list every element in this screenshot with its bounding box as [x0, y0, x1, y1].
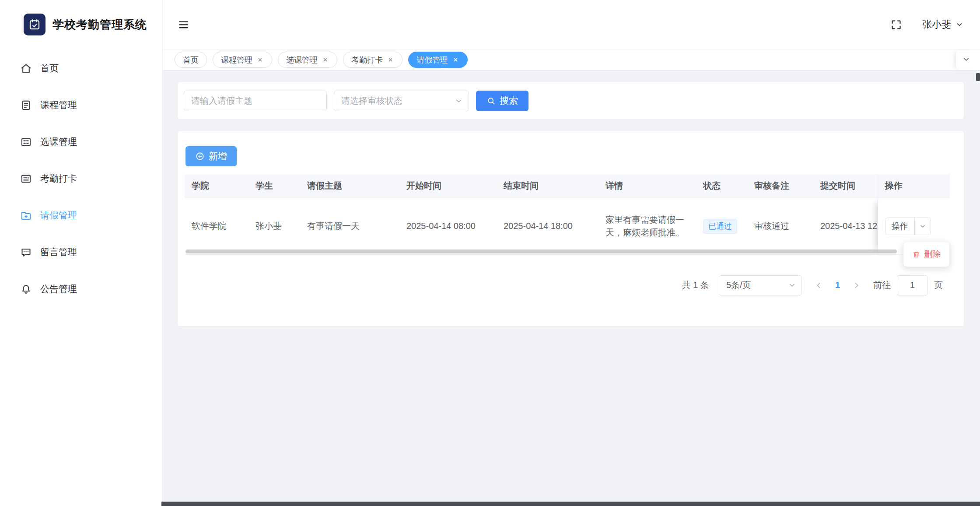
col-student: 学生: [248, 174, 300, 198]
sidebar-item-label: 留言管理: [40, 246, 77, 258]
sidebar-fold-icon[interactable]: [178, 19, 189, 31]
add-button-label: 新增: [209, 150, 227, 162]
chevron-down-icon: [455, 97, 463, 105]
page-size-select[interactable]: 5条/页: [719, 275, 802, 295]
sidebar-item-label: 选课管理: [40, 136, 77, 148]
search-icon: [486, 96, 496, 105]
sidebar-item-label: 公告管理: [40, 283, 77, 295]
chevron-down-icon: [788, 281, 796, 289]
close-icon[interactable]: [256, 56, 264, 63]
table-header-row: 学院 学生 请假主题 开始时间 结束时间 详情 状态 审核备注 提交时间 操作: [185, 174, 950, 198]
tab-label: 请假管理: [416, 55, 448, 65]
sidebar-item-courses[interactable]: 课程管理: [0, 87, 162, 123]
chevron-down-icon: [914, 218, 931, 235]
select-placeholder: 请选择审核状态: [341, 95, 402, 107]
app-window: 学校考勤管理系统 首页 课程管理 选课管理 考勤打卡 请假管理: [0, 0, 980, 506]
sidebar-item-label: 请假管理: [40, 209, 77, 221]
col-start-time: 开始时间: [399, 174, 497, 198]
leave-table-panel: 新增 学院 学生 请假主题 开始时间 结束时间 详情: [177, 131, 964, 327]
goto-group: 前往 页: [873, 275, 943, 295]
sidebar: 学校考勤管理系统 首页 课程管理 选课管理 考勤打卡 请假管理: [0, 0, 163, 506]
leave-table: 学院 学生 请假主题 开始时间 结束时间 详情 状态 审核备注 提交时间 操作: [185, 174, 950, 255]
page-vertical-scrollbar[interactable]: [976, 73, 980, 81]
tabs-more-button[interactable]: [956, 51, 976, 70]
page-size-value: 5条/页: [726, 279, 751, 291]
leave-icon: [20, 209, 32, 221]
top-bar: 张小斐: [163, 0, 980, 49]
course-icon: [20, 99, 32, 111]
cell-submit-time: 2025-04-13 12: [813, 198, 878, 254]
sidebar-item-attendance[interactable]: 考勤打卡: [0, 160, 162, 197]
cell-status: 已通过: [696, 198, 747, 254]
sidebar-item-elective[interactable]: 选课管理: [0, 123, 162, 160]
goto-page-input[interactable]: [897, 275, 928, 295]
cell-topic: 有事请假一天: [300, 198, 399, 254]
plus-circle-icon: [195, 151, 205, 161]
app-logo-icon: [24, 14, 46, 35]
prev-page-icon[interactable]: [814, 281, 823, 290]
leave-topic-input[interactable]: [184, 91, 327, 111]
page-content: 请选择审核状态 搜索 新增: [163, 70, 980, 506]
chevron-down-icon: [962, 55, 970, 65]
delete-menu-label: 删除: [924, 249, 941, 260]
sidebar-item-label: 课程管理: [40, 99, 77, 111]
tab-leave[interactable]: 请假管理: [408, 52, 468, 68]
close-icon[interactable]: [387, 56, 394, 63]
page-unit-label: 页: [934, 279, 943, 291]
sidebar-item-notices[interactable]: 公告管理: [0, 271, 162, 307]
sidebar-menu: 首页 课程管理 选课管理 考勤打卡 请假管理 留言管理: [0, 49, 162, 506]
search-button[interactable]: 搜索: [476, 91, 528, 111]
sidebar-item-messages[interactable]: 留言管理: [0, 234, 162, 271]
user-name: 张小斐: [922, 18, 951, 31]
page-number[interactable]: 1: [835, 280, 840, 290]
cell-college: 软件学院: [185, 198, 248, 254]
action-button-label: 操作: [886, 218, 914, 235]
sidebar-item-label: 考勤打卡: [40, 172, 77, 185]
col-actions: 操作: [878, 174, 950, 198]
col-college: 学院: [185, 174, 248, 198]
app-title: 学校考勤管理系统: [52, 17, 147, 32]
elective-icon: [20, 136, 32, 148]
home-icon: [20, 62, 32, 74]
pagination-total: 共 1 条: [682, 279, 709, 291]
close-icon[interactable]: [322, 56, 329, 63]
tab-home[interactable]: 首页: [175, 52, 207, 68]
audit-status-select[interactable]: 请选择审核状态: [334, 91, 469, 111]
col-submit-time: 提交时间: [813, 174, 878, 198]
tab-label: 课程管理: [221, 55, 252, 65]
cell-start-time: 2025-04-14 08:00: [399, 198, 497, 254]
brand: 学校考勤管理系统: [0, 0, 162, 49]
trash-icon: [912, 250, 920, 259]
goto-label: 前往: [873, 279, 891, 291]
col-topic: 请假主题: [300, 174, 399, 198]
delete-menu-item[interactable]: 删除: [906, 245, 946, 264]
col-remark: 审核备注: [747, 174, 813, 198]
col-status: 状态: [696, 174, 747, 198]
search-button-label: 搜索: [500, 95, 518, 107]
chevron-down-icon: [956, 21, 963, 28]
add-button[interactable]: 新增: [186, 146, 237, 166]
search-panel: 请选择审核状态 搜索: [177, 82, 964, 119]
pager: 1: [814, 280, 861, 290]
sidebar-item-home[interactable]: 首页: [0, 50, 162, 87]
main-area: 张小斐 首页 课程管理 选课管理 考勤打卡 请假管理: [163, 0, 980, 506]
tab-courses[interactable]: 课程管理: [213, 52, 272, 68]
page-horizontal-scrollbar[interactable]: [161, 502, 980, 506]
user-dropdown[interactable]: 张小斐: [922, 18, 963, 31]
tab-elective[interactable]: 选课管理: [278, 52, 337, 68]
cell-remark: 审核通过: [747, 198, 813, 254]
close-icon[interactable]: [452, 56, 459, 63]
status-badge: 已通过: [703, 219, 737, 234]
table-horizontal-scrollbar[interactable]: [186, 249, 897, 253]
next-page-icon[interactable]: [852, 281, 861, 290]
tab-attendance[interactable]: 考勤打卡: [343, 52, 402, 68]
sidebar-item-leave[interactable]: 请假管理: [0, 197, 162, 234]
tab-label: 考勤打卡: [351, 55, 383, 65]
pagination: 共 1 条 5条/页 1 前往 页: [185, 275, 957, 295]
tabs-bar: 首页 课程管理 选课管理 考勤打卡 请假管理: [163, 49, 980, 70]
sidebar-item-label: 首页: [40, 62, 59, 74]
col-end-time: 结束时间: [497, 174, 598, 198]
message-icon: [20, 246, 32, 258]
fullscreen-icon[interactable]: [890, 19, 902, 31]
row-action-dropdown-button[interactable]: 操作: [885, 218, 931, 235]
